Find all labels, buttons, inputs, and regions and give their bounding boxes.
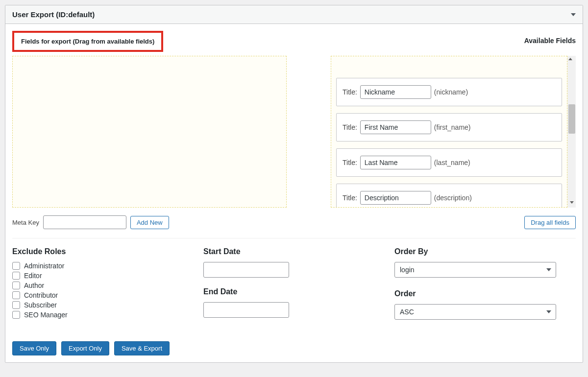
order-select-wrap (394, 304, 556, 320)
field-card[interactable]: Title: (last_name) (336, 148, 562, 177)
field-slug: (first_name) (434, 123, 471, 131)
role-checkbox[interactable] (12, 282, 20, 289)
role-item: Subscriber (12, 301, 194, 309)
field-slug: (nickname) (434, 88, 468, 96)
start-date-block: Start Date (203, 247, 385, 278)
save-export-button[interactable]: Save & Export (114, 341, 170, 355)
order-column: Order By Order (394, 247, 576, 331)
field-title-label: Title: (343, 159, 357, 166)
end-date-input[interactable] (203, 302, 289, 318)
export-fields-dropzone[interactable] (12, 56, 287, 208)
field-slug: (last_name) (434, 159, 470, 166)
collapse-toggle-icon[interactable] (571, 13, 576, 16)
role-label: Contributor (24, 291, 58, 299)
panel-title: User Export (ID:default) (12, 10, 95, 19)
drag-areas: . Title: (nickname) Title: (first_name) … (12, 56, 576, 208)
meta-key-row: Meta Key Add New Drag all fields (12, 215, 576, 238)
role-label: Subscriber (24, 301, 57, 309)
order-block: Order (394, 289, 576, 320)
order-heading: Order (394, 289, 576, 298)
role-checkbox[interactable] (12, 262, 20, 270)
role-label: Administrator (24, 262, 64, 270)
role-item: Contributor (12, 291, 194, 299)
end-date-heading: End Date (203, 287, 385, 296)
role-label: Editor (24, 272, 42, 280)
field-title-input[interactable] (360, 191, 431, 205)
available-fields-heading: Available Fields (524, 31, 576, 45)
meta-key-group: Meta Key Add New (12, 215, 169, 229)
fields-for-export-heading: Fields for export (Drag from available f… (12, 31, 163, 52)
available-scrollbar[interactable] (567, 56, 576, 208)
start-date-input[interactable] (203, 262, 289, 278)
available-fields-column: . Title: (nickname) Title: (first_name) … (331, 56, 576, 208)
order-select[interactable] (394, 304, 556, 320)
filters-row: Exclude Roles Administrator Editor Autho… (12, 247, 576, 331)
field-card[interactable]: Title: (description) (336, 184, 562, 208)
start-date-heading: Start Date (203, 247, 385, 256)
field-title-input[interactable] (360, 85, 431, 99)
exclude-roles-column: Exclude Roles Administrator Editor Autho… (12, 247, 194, 331)
order-by-heading: Order By (394, 247, 576, 256)
role-item: Author (12, 282, 194, 289)
drag-all-fields-button[interactable]: Drag all fields (524, 216, 576, 229)
section-title-row: Fields for export (Drag from available f… (12, 31, 576, 52)
scroll-down-icon[interactable] (570, 201, 574, 204)
panel-body: Fields for export (Drag from available f… (5, 24, 583, 362)
role-label: Author (24, 282, 44, 289)
meta-key-label: Meta Key (12, 219, 39, 226)
role-item: SEO Manager (12, 311, 194, 319)
date-column: Start Date End Date (203, 247, 385, 331)
panel-header[interactable]: User Export (ID:default) (5, 5, 583, 24)
field-title-input[interactable] (360, 120, 431, 134)
field-slug: (description) (434, 194, 472, 202)
field-title-label: Title: (343, 194, 357, 202)
field-card[interactable]: Title: (nickname) (336, 78, 562, 106)
role-checkbox[interactable] (12, 272, 20, 280)
scroll-thumb[interactable] (568, 104, 575, 134)
export-only-button[interactable]: Export Only (61, 341, 109, 355)
add-new-button[interactable]: Add New (130, 216, 169, 229)
scroll-up-icon[interactable] (568, 58, 572, 60)
meta-key-input[interactable] (43, 215, 126, 229)
role-item: Editor (12, 272, 194, 280)
available-fields-list[interactable]: . Title: (nickname) Title: (first_name) … (331, 56, 567, 208)
end-date-block: End Date (203, 287, 385, 318)
role-item: Administrator (12, 262, 194, 270)
order-by-block: Order By (394, 247, 576, 278)
field-title-label: Title: (343, 123, 357, 131)
user-export-panel: User Export (ID:default) Fields for expo… (5, 5, 583, 363)
actions-row: Save Only Export Only Save & Export (12, 341, 576, 355)
role-label: SEO Manager (24, 311, 68, 319)
field-card[interactable]: Title: (first_name) (336, 113, 562, 141)
role-checkbox[interactable] (12, 301, 20, 309)
field-title-label: Title: (343, 88, 357, 96)
exclude-roles-heading: Exclude Roles (12, 247, 194, 256)
order-by-select-wrap (394, 262, 556, 278)
order-by-select[interactable] (394, 262, 556, 278)
role-checkbox[interactable] (12, 291, 20, 299)
save-only-button[interactable]: Save Only (12, 341, 56, 355)
field-title-input[interactable] (360, 156, 431, 169)
role-checkbox[interactable] (12, 311, 20, 319)
